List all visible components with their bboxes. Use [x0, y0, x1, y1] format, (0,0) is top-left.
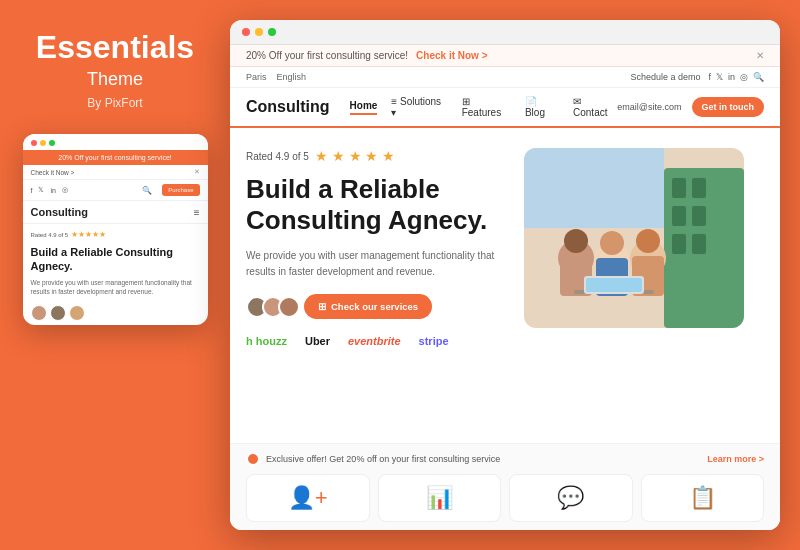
nav-link-solutions[interactable]: ≡ Solutions ▾ — [391, 96, 447, 118]
facebook-icon[interactable]: f — [708, 72, 711, 82]
uber-logo: Uber — [305, 335, 330, 347]
hero-image-area — [524, 148, 764, 431]
svg-rect-1 — [672, 178, 686, 198]
svg-rect-7 — [524, 148, 664, 228]
mobile-dot-yellow — [40, 140, 46, 146]
bottom-card-3: 💬 — [509, 474, 633, 522]
mobile-logo-row: Consulting ≡ — [23, 201, 208, 224]
mobile-subtext: We provide you with user management func… — [23, 278, 208, 301]
browser-dot-yellow[interactable] — [255, 28, 263, 36]
bottom-cards-row: 👤+ 📊 💬 📋 — [246, 474, 764, 522]
site-nav: Consulting Home ≡ Solutions ▾ ⊞ Features… — [230, 88, 780, 128]
hero-image — [524, 148, 744, 328]
site-alert-close-icon[interactable]: ✕ — [756, 50, 764, 61]
offer-icon — [246, 452, 260, 466]
nav-link-contact[interactable]: ✉ Contact — [573, 96, 617, 118]
location-label: Paris — [246, 72, 267, 82]
site-info-bar: Paris English Schedule a demo f 𝕏 in ◎ 🔍 — [230, 67, 780, 88]
info-bar-left: Paris English — [246, 72, 306, 82]
svg-rect-6 — [692, 234, 706, 254]
instagram-icon[interactable]: ◎ — [740, 72, 748, 82]
language-label[interactable]: English — [277, 72, 307, 82]
mobile-facebook-icon[interactable]: f — [31, 187, 33, 194]
site-alert-text: 20% Off your first consulting service! — [246, 50, 408, 61]
check-services-icon: ⊞ — [318, 301, 326, 312]
bottom-card-icon-3: 💬 — [557, 485, 584, 511]
mobile-stars: ★★★★★ — [71, 230, 106, 239]
mobile-search-icon[interactable]: 🔍 — [142, 186, 152, 195]
hero-rating-row: Rated 4.9 of 5 ★ ★ ★ ★ ★ — [246, 148, 504, 164]
mobile-check-it-row: Check it Now > ✕ — [23, 165, 208, 180]
bottom-card-4: 📋 — [641, 474, 765, 522]
bottom-card-1: 👤+ — [246, 474, 370, 522]
bottom-card-icon-1: 👤+ — [288, 485, 328, 511]
nav-email: email@site.com — [617, 102, 681, 112]
hero-headline: Build a Reliable Consulting Agnecy. — [246, 174, 504, 236]
schedule-demo-link[interactable]: Schedule a demo — [630, 72, 700, 82]
browser-dot-red[interactable] — [242, 28, 250, 36]
search-icon[interactable]: 🔍 — [753, 72, 764, 82]
browser-content: 20% Off your first consulting service! C… — [230, 45, 780, 530]
social-icons-group: f 𝕏 in ◎ 🔍 — [708, 72, 764, 82]
get-in-touch-button[interactable]: Get in touch — [692, 97, 765, 117]
brand-title: Essentials — [36, 30, 194, 65]
check-services-button[interactable]: ⊞ Check our services — [304, 294, 432, 319]
hero-illustration — [524, 148, 744, 328]
mobile-check-link[interactable]: Check it Now > — [31, 169, 75, 176]
brand-by: By PixFort — [87, 96, 142, 110]
hero-brands-row: h houzz Uber eventbrite stripe — [246, 335, 504, 347]
bottom-offer-left: Exclusive offer! Get 20% off on your fir… — [246, 452, 500, 466]
mobile-hamburger-icon[interactable]: ≡ — [194, 207, 200, 218]
mobile-instagram-icon[interactable]: ◎ — [62, 186, 68, 194]
twitter-icon[interactable]: 𝕏 — [716, 72, 723, 82]
mobile-social-bar: f 𝕏 in ◎ 🔍 Purchase — [23, 180, 208, 201]
mobile-linkedin-icon[interactable]: in — [50, 187, 55, 194]
mobile-alert-bar: 20% Off your first consulting service! — [23, 150, 208, 165]
hero-avatars-group — [246, 296, 294, 318]
bottom-offer-bar: Exclusive offer! Get 20% off on your fir… — [246, 452, 764, 466]
hero-stars: ★ ★ ★ ★ ★ — [315, 148, 396, 164]
site-alert-link[interactable]: Check it Now > — [416, 50, 487, 61]
eventbrite-logo: eventbrite — [348, 335, 401, 347]
stripe-logo: stripe — [419, 335, 449, 347]
nav-logo: Consulting — [246, 98, 330, 116]
check-services-label: Check our services — [331, 301, 418, 312]
mobile-purchase-button[interactable]: Purchase — [162, 184, 199, 196]
svg-point-15 — [636, 229, 660, 253]
mobile-mockup: 20% Off your first consulting service! C… — [23, 134, 208, 325]
left-panel: Essentials Theme By PixFort 20% Off your… — [0, 0, 230, 550]
hero-headline-line2: Consulting Agnecy. — [246, 205, 487, 235]
mobile-rating-row: Rated 4.9 of 5 ★★★★★ — [23, 224, 208, 242]
bottom-card-icon-2: 📊 — [426, 485, 453, 511]
bottom-card-icon-4: 📋 — [689, 485, 716, 511]
nav-links: Home ≡ Solutions ▾ ⊞ Features 📄 Blog ✉ C… — [350, 96, 618, 118]
nav-link-features[interactable]: ⊞ Features — [462, 96, 511, 118]
svg-point-9 — [564, 229, 588, 253]
browser-window-controls — [242, 28, 276, 36]
hero-left: Rated 4.9 of 5 ★ ★ ★ ★ ★ Build a Reliabl… — [246, 148, 524, 431]
svg-point-12 — [600, 231, 624, 255]
nav-right: email@site.com Get in touch — [617, 97, 764, 117]
svg-rect-3 — [672, 206, 686, 226]
nav-link-home[interactable]: Home — [350, 100, 378, 115]
bottom-card-2: 📊 — [378, 474, 502, 522]
mobile-alert-close-icon[interactable]: ✕ — [194, 168, 200, 176]
linkedin-icon[interactable]: in — [728, 72, 735, 82]
mobile-twitter-icon[interactable]: 𝕏 — [38, 186, 44, 194]
mobile-dot-green — [49, 140, 55, 146]
svg-point-20 — [248, 454, 258, 464]
hero-subtext: We provide you with user management func… — [246, 248, 504, 280]
browser-top-bar — [230, 20, 780, 45]
browser-dot-green[interactable] — [268, 28, 276, 36]
site-alert-bar: 20% Off your first consulting service! C… — [230, 45, 780, 67]
nav-link-blog[interactable]: 📄 Blog — [525, 96, 559, 118]
mobile-window-controls — [31, 140, 55, 146]
hero-section: Rated 4.9 of 5 ★ ★ ★ ★ ★ Build a Reliabl… — [230, 128, 780, 443]
mobile-avatars-row — [23, 301, 208, 325]
brand-subtitle: Theme — [87, 69, 143, 90]
info-bar-right: Schedule a demo f 𝕏 in ◎ 🔍 — [630, 72, 764, 82]
learn-more-link[interactable]: Learn more > — [707, 454, 764, 464]
mobile-logo: Consulting — [31, 206, 88, 218]
houzz-logo: h houzz — [246, 335, 287, 347]
svg-rect-19 — [586, 278, 642, 292]
